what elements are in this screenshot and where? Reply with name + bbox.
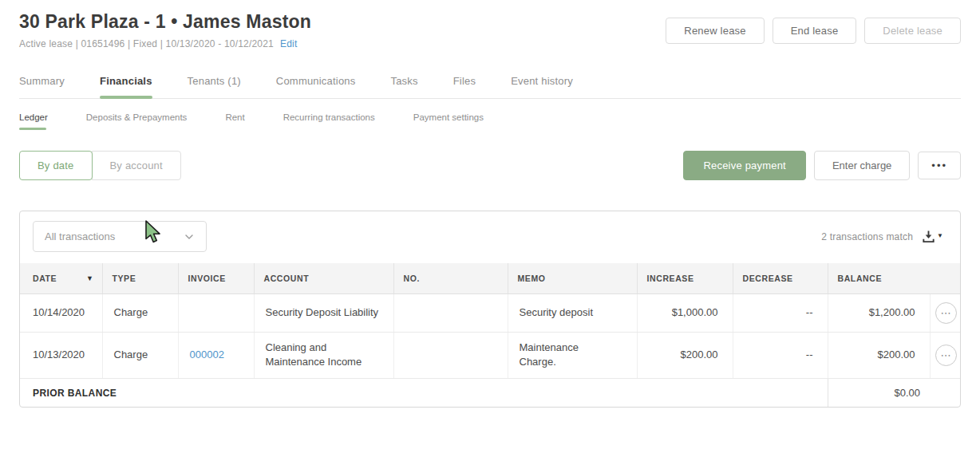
download-button[interactable]: ▼ <box>921 229 947 244</box>
column-header-date[interactable]: DATE▼ <box>20 263 102 293</box>
table-row: 10/13/2020 Charge 000002 Cleaning and Ma… <box>20 332 960 379</box>
cell-actions: ⋯ <box>930 332 960 379</box>
lease-meta-text: Active lease | 01651496 | Fixed | 10/13/… <box>19 38 274 49</box>
tab-summary[interactable]: Summary <box>19 70 82 98</box>
cell-memo: Security deposit <box>508 293 637 332</box>
chevron-down-icon <box>184 231 195 242</box>
column-header-invoice[interactable]: INVOICE <box>178 263 254 293</box>
ledger-header-row: DATE▼ TYPE INVOICE ACCOUNT NO. MEMO INCR… <box>20 263 960 293</box>
transactions-filter-bar: All transactions 2 transactions match ▼ <box>20 211 960 263</box>
cell-invoice-link[interactable]: 000002 <box>178 332 254 379</box>
tab-tenants[interactable]: Tenants (1) <box>170 70 259 98</box>
cell-type: Charge <box>102 332 178 379</box>
ledger-table: DATE▼ TYPE INVOICE ACCOUNT NO. MEMO INCR… <box>20 263 960 407</box>
more-options-icon: ••• <box>931 160 947 171</box>
transaction-filter-dropdown[interactable]: All transactions <box>33 221 207 252</box>
tab-files[interactable]: Files <box>436 70 493 98</box>
view-toggle: By date By account <box>19 151 181 180</box>
prior-balance-row: PRIOR BALANCE $0.00 <box>20 379 960 408</box>
tab-financials[interactable]: Financials <box>82 70 170 98</box>
row-more-options-button[interactable]: ⋯ <box>935 345 957 366</box>
lease-title-block: 30 Park Plaza - 1 • James Maston Active … <box>19 11 311 49</box>
transaction-filter-value: All transactions <box>45 230 115 242</box>
cell-date: 10/14/2020 <box>20 293 102 332</box>
subtab-rent[interactable]: Rent <box>225 112 244 130</box>
cell-invoice <box>178 293 254 332</box>
more-options-button[interactable]: ••• <box>918 152 961 179</box>
column-header-no[interactable]: NO. <box>393 263 508 293</box>
cell-actions: ⋯ <box>930 293 960 332</box>
cell-balance: $200.00 <box>828 332 930 379</box>
lease-action-buttons: Renew lease End lease Delete lease <box>666 18 961 44</box>
subtab-payment-settings[interactable]: Payment settings <box>413 112 484 130</box>
end-lease-button[interactable]: End lease <box>773 18 857 44</box>
cell-no <box>393 293 508 332</box>
cell-memo: Maintenance Charge. <box>508 332 637 379</box>
tab-communications[interactable]: Communications <box>259 70 373 98</box>
tab-tasks[interactable]: Tasks <box>373 70 435 98</box>
page-header: 30 Park Plaza - 1 • James Maston Active … <box>19 11 961 49</box>
ledger-controls: By date By account Receive payment Enter… <box>19 151 961 180</box>
prior-balance-label: PRIOR BALANCE <box>20 379 828 408</box>
cell-date: 10/13/2020 <box>20 332 102 379</box>
enter-charge-button[interactable]: Enter charge <box>814 151 910 180</box>
column-header-balance[interactable]: BALANCE <box>828 263 960 293</box>
download-caret-icon: ▼ <box>937 232 943 239</box>
column-header-type[interactable]: TYPE <box>102 263 178 293</box>
row-ellipsis-icon: ⋯ <box>941 349 951 361</box>
receive-payment-button[interactable]: Receive payment <box>683 151 805 180</box>
cell-increase: $200.00 <box>637 332 733 379</box>
delete-lease-button[interactable]: Delete lease <box>864 18 961 44</box>
table-row: 10/14/2020 Charge Security Deposit Liabi… <box>20 293 960 332</box>
edit-lease-link[interactable]: Edit <box>280 38 297 49</box>
subtab-ledger[interactable]: Ledger <box>19 112 48 130</box>
cell-decrease: -- <box>733 293 828 332</box>
cell-decrease: -- <box>733 332 828 379</box>
row-ellipsis-icon: ⋯ <box>941 307 951 319</box>
column-header-memo[interactable]: MEMO <box>508 263 637 293</box>
cell-type: Charge <box>102 293 178 332</box>
cell-balance: $1,200.00 <box>828 293 930 332</box>
cell-increase: $1,000.00 <box>637 293 733 332</box>
lease-ledger-page: 30 Park Plaza - 1 • James Maston Active … <box>0 0 980 449</box>
column-header-increase[interactable]: INCREASE <box>637 263 733 293</box>
cell-account: Cleaning and Maintenance Income <box>254 332 393 379</box>
renew-lease-button[interactable]: Renew lease <box>666 18 764 44</box>
subtab-deposits-prepayments[interactable]: Deposits & Prepayments <box>86 112 188 130</box>
tab-event-history[interactable]: Event history <box>493 70 591 98</box>
row-more-options-button[interactable]: ⋯ <box>935 302 957 324</box>
cell-account: Security Deposit Liability <box>254 293 393 332</box>
sort-caret-icon: ▼ <box>86 274 94 282</box>
ledger-action-buttons: Receive payment Enter charge ••• <box>683 151 961 180</box>
lease-meta: Active lease | 01651496 | Fixed | 10/13/… <box>19 38 311 49</box>
column-header-account[interactable]: ACCOUNT <box>254 263 393 293</box>
match-area: 2 transactions match ▼ <box>821 229 947 244</box>
by-date-toggle[interactable]: By date <box>19 151 93 180</box>
transactions-match-text: 2 transactions match <box>821 231 913 242</box>
cell-no <box>393 332 508 379</box>
transactions-card: All transactions 2 transactions match ▼ <box>19 211 961 408</box>
download-icon <box>921 229 936 244</box>
prior-balance-value: $0.00 <box>828 379 960 408</box>
column-header-decrease[interactable]: DECREASE <box>733 263 828 293</box>
by-account-toggle[interactable]: By account <box>92 151 181 180</box>
financials-subtabs: Ledger Deposits & Prepayments Rent Recur… <box>19 112 961 130</box>
page-title: 30 Park Plaza - 1 • James Maston <box>19 11 311 33</box>
subtab-recurring-transactions[interactable]: Recurring transactions <box>283 112 375 130</box>
main-tabs: Summary Financials Tenants (1) Communica… <box>19 70 961 99</box>
